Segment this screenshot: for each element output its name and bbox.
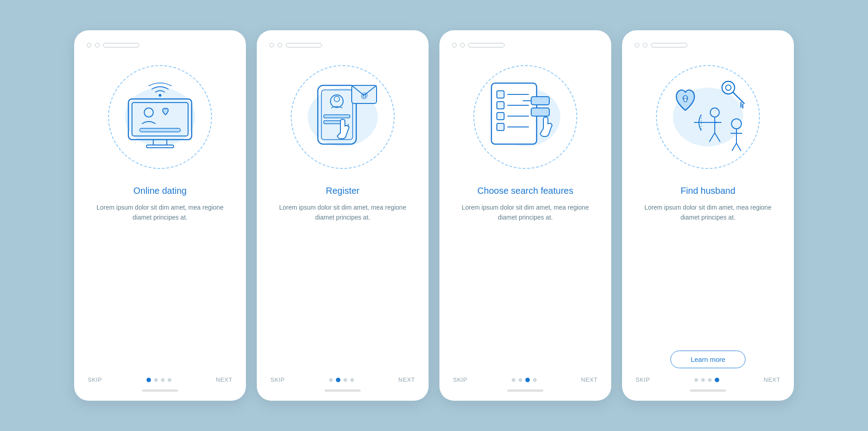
svg-text:@: @ bbox=[361, 92, 368, 99]
dot-4 bbox=[715, 378, 719, 382]
phone-card-register: @ Register Lorem ipsum dolor sit dim ame… bbox=[257, 30, 429, 401]
home-indicator bbox=[507, 389, 543, 392]
phone-pill bbox=[286, 43, 322, 47]
pagination-dots bbox=[146, 378, 171, 382]
find-husband-illustration bbox=[660, 72, 755, 162]
dot-2 bbox=[701, 378, 705, 382]
pagination-dots bbox=[694, 378, 719, 382]
skip-button[interactable]: SKIP bbox=[88, 376, 102, 383]
phone-circle-1 bbox=[87, 43, 91, 47]
svg-point-6 bbox=[159, 94, 161, 97]
dot-4 bbox=[533, 378, 537, 382]
register-illustration: @ bbox=[297, 72, 388, 162]
svg-line-32 bbox=[733, 92, 744, 103]
phone-circle-2 bbox=[460, 43, 465, 47]
phone-top-bar bbox=[448, 43, 505, 47]
illustration-online-dating bbox=[101, 58, 219, 176]
svg-rect-5 bbox=[140, 128, 180, 132]
phone-pill bbox=[103, 43, 139, 47]
svg-rect-27 bbox=[531, 108, 549, 116]
svg-rect-20 bbox=[497, 112, 504, 120]
online-dating-illustration bbox=[115, 76, 205, 158]
card-title: Online dating bbox=[133, 186, 187, 196]
svg-line-45 bbox=[732, 143, 736, 151]
svg-rect-2 bbox=[153, 140, 167, 145]
home-indicator bbox=[142, 389, 178, 392]
nav-bar: SKIP NEXT bbox=[83, 370, 237, 385]
svg-line-39 bbox=[715, 133, 720, 142]
svg-rect-29 bbox=[684, 98, 687, 102]
svg-rect-21 bbox=[497, 123, 504, 131]
card-description: Lorem ipsum dolor sit dim amet, mea regi… bbox=[83, 202, 237, 370]
nav-bar: SKIP NEXT bbox=[448, 370, 602, 385]
phone-card-find-husband: Find husband Lorem ipsum dolor sit dim a… bbox=[622, 30, 794, 401]
phone-card-search: Choose search features Lorem ipsum dolor… bbox=[439, 30, 611, 401]
card-description: Lorem ipsum dolor sit dim amet, mea regi… bbox=[266, 202, 420, 370]
dot-4 bbox=[168, 378, 171, 382]
dot-1 bbox=[329, 378, 333, 382]
card-description: Lorem ipsum dolor sit dim amet, mea regi… bbox=[631, 202, 785, 344]
next-button[interactable]: NEXT bbox=[398, 376, 415, 383]
dot-3 bbox=[344, 378, 347, 382]
dot-1 bbox=[694, 378, 698, 382]
dot-1 bbox=[512, 378, 515, 382]
phone-circle-2 bbox=[95, 43, 99, 47]
phone-pill bbox=[651, 43, 687, 47]
skip-button[interactable]: SKIP bbox=[453, 376, 467, 383]
phone-top-bar bbox=[631, 43, 687, 47]
dot-2 bbox=[336, 378, 340, 382]
card-title: Find husband bbox=[680, 186, 735, 196]
next-button[interactable]: NEXT bbox=[581, 376, 598, 383]
svg-rect-26 bbox=[531, 97, 549, 105]
svg-line-38 bbox=[709, 133, 715, 142]
svg-point-42 bbox=[731, 119, 741, 129]
dot-3 bbox=[525, 378, 530, 382]
next-button[interactable]: NEXT bbox=[216, 376, 232, 383]
phone-circle-1 bbox=[269, 43, 274, 47]
phone-circle-1 bbox=[635, 43, 639, 47]
card-title: Choose search features bbox=[477, 186, 573, 196]
dot-2 bbox=[519, 378, 522, 382]
dot-3 bbox=[708, 378, 712, 382]
svg-rect-3 bbox=[146, 145, 174, 148]
illustration-register: @ bbox=[284, 58, 401, 176]
nav-bar: SKIP NEXT bbox=[631, 370, 785, 385]
home-indicator bbox=[690, 389, 726, 392]
svg-point-35 bbox=[710, 108, 719, 117]
svg-rect-11 bbox=[324, 115, 350, 118]
search-illustration bbox=[478, 72, 573, 162]
phone-card-online-dating: Online dating Lorem ipsum dolor sit dim … bbox=[74, 30, 246, 401]
skip-button[interactable]: SKIP bbox=[636, 376, 650, 383]
phone-circle-2 bbox=[278, 43, 282, 47]
illustration-find-husband bbox=[649, 58, 767, 176]
card-title: Register bbox=[326, 186, 359, 196]
svg-rect-19 bbox=[497, 102, 504, 109]
svg-point-31 bbox=[726, 85, 731, 90]
dot-4 bbox=[350, 378, 354, 382]
svg-rect-12 bbox=[324, 121, 342, 124]
dot-2 bbox=[154, 378, 158, 382]
learn-more-button[interactable]: Learn more bbox=[670, 351, 746, 368]
dot-1 bbox=[146, 378, 151, 382]
phone-circle-1 bbox=[452, 43, 457, 47]
dot-3 bbox=[161, 378, 165, 382]
pagination-dots bbox=[512, 378, 537, 382]
illustration-search bbox=[467, 58, 584, 176]
screens-container: Online dating Lorem ipsum dolor sit dim … bbox=[56, 12, 812, 419]
home-indicator bbox=[325, 389, 361, 392]
phone-top-bar bbox=[266, 43, 322, 47]
svg-rect-18 bbox=[497, 91, 504, 98]
skip-button[interactable]: SKIP bbox=[270, 376, 285, 383]
next-button[interactable]: NEXT bbox=[764, 376, 780, 383]
pagination-dots bbox=[329, 378, 354, 382]
phone-pill bbox=[468, 43, 505, 47]
phone-circle-2 bbox=[643, 43, 647, 47]
nav-bar: SKIP NEXT bbox=[266, 370, 420, 385]
card-description: Lorem ipsum dolor sit dim amet, mea regi… bbox=[448, 202, 602, 370]
svg-line-46 bbox=[736, 143, 741, 151]
phone-top-bar bbox=[83, 43, 139, 47]
